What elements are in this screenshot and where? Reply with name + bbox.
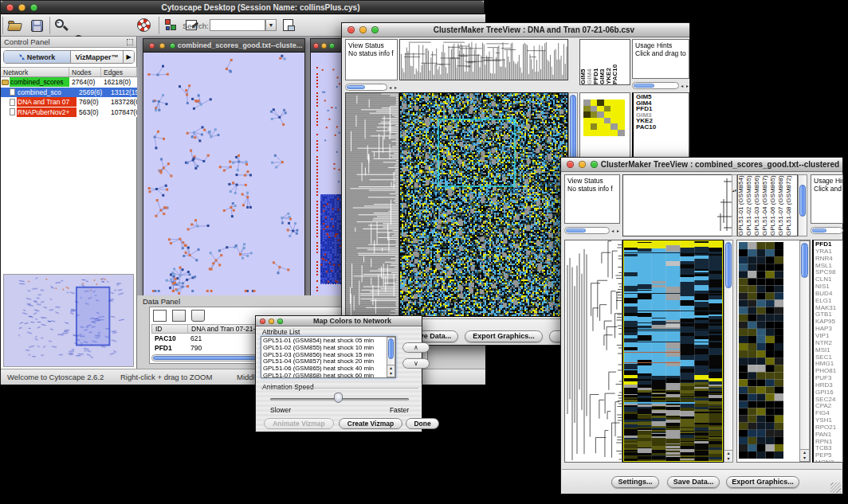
matrix-cell[interactable] (604, 106, 611, 112)
scroll-arrows-icon[interactable]: ◂ ▸ (681, 83, 689, 88)
move-up-button[interactable]: ∧ (402, 342, 430, 353)
gene-list-item[interactable]: SEC1 (815, 354, 842, 361)
gene-list-item[interactable]: RNR4 (815, 256, 842, 263)
minimize-button[interactable] (321, 43, 327, 49)
import-table-icon[interactable] (281, 18, 297, 33)
matrix-cell[interactable] (583, 118, 591, 124)
matrix-cell[interactable] (597, 118, 604, 124)
zoom-button[interactable] (371, 26, 379, 33)
heatmap-vscrollbar[interactable]: ▴▾ (724, 240, 733, 463)
gene-list-item[interactable]: MAK31 (815, 305, 842, 312)
save-session-icon[interactable] (29, 18, 45, 33)
gene-list-item[interactable]: ELG1 (815, 298, 842, 305)
matrix-cell[interactable] (610, 111, 618, 118)
gene-list-item[interactable]: HMG1 (815, 361, 842, 368)
matrix-cell[interactable] (604, 111, 611, 118)
matrix-cell[interactable] (610, 118, 618, 124)
scrollbar-thumb[interactable] (388, 338, 394, 359)
matrix-cell[interactable] (583, 100, 591, 106)
gene-list-item[interactable]: HRD3 (815, 382, 842, 389)
gene-list-item[interactable]: CLN1 (815, 276, 842, 283)
gene-list-item[interactable]: NIS1 (815, 283, 842, 291)
matrix-cell[interactable] (618, 111, 625, 118)
dialog-titlebar[interactable]: Map Colors to Network (256, 316, 422, 326)
matrix-cell[interactable] (618, 106, 625, 112)
minimize-button[interactable] (359, 26, 367, 33)
matrix-cell[interactable] (618, 100, 625, 106)
matrix-cell[interactable] (597, 111, 604, 118)
scrollbar-thumb[interactable] (347, 85, 365, 89)
correlation-matrix[interactable] (583, 100, 625, 136)
close-button[interactable] (347, 26, 355, 33)
col-label[interactable]: GPL51-07 (GSM868) (778, 175, 786, 236)
close-button[interactable] (6, 4, 14, 11)
float-panel-icon[interactable] (127, 39, 133, 45)
col-label[interactable]: GPL51-01 (GSM854) (738, 175, 746, 236)
zoom-button[interactable] (329, 43, 335, 49)
open-file-icon[interactable] (7, 18, 23, 33)
gene-list-item[interactable]: SPC98 (815, 269, 842, 276)
gene-list-item[interactable]: MSL1 (815, 263, 842, 270)
speed-slider-thumb[interactable] (334, 393, 343, 403)
view-status-scrollbar[interactable]: ◂ ▸ (345, 82, 398, 92)
gene-list-item[interactable]: GIM5 (636, 94, 689, 100)
col-label[interactable]: GIM3 (599, 40, 606, 84)
matrix-cell[interactable] (591, 123, 598, 130)
treeview2-titlebar[interactable]: ClusterMaker TreeView : combined_scores_… (561, 158, 842, 172)
column-header-edges[interactable]: Edges (101, 68, 137, 76)
zoom-button[interactable] (591, 161, 598, 168)
settings-button[interactable]: Settings... (611, 476, 659, 488)
usage-hints-scrollbar[interactable]: ◂ ▸ (632, 80, 689, 90)
matrix-cell[interactable] (604, 100, 611, 106)
column-header-network[interactable]: Network (1, 68, 69, 76)
minimize-button[interactable] (269, 318, 274, 324)
scroll-arrows-icon[interactable]: ▴▾ (724, 450, 732, 462)
row-dendrogram-canvas[interactable] (345, 92, 399, 317)
column-dendrogram-canvas[interactable] (622, 174, 733, 236)
matrix-cell[interactable] (597, 123, 604, 130)
gene-list-item[interactable]: TCB3 (815, 445, 842, 452)
gene-list-item[interactable]: SEC24 (815, 397, 842, 404)
delete-attribute-icon[interactable] (191, 310, 205, 322)
column-header-id[interactable]: ID (152, 325, 188, 333)
matrix-cell[interactable] (610, 123, 618, 130)
scroll-arrows-icon[interactable]: ▴▾ (800, 449, 809, 461)
network-name[interactable]: RNAPuberNov2+ (17, 107, 77, 117)
col-label[interactable]: PFD1 (593, 40, 599, 84)
col-label[interactable]: GIM5 (580, 40, 587, 84)
search-dropdown-arrow[interactable]: ▼ (265, 19, 277, 31)
gene-list-item[interactable]: PFD1 (636, 106, 689, 112)
save-data-button[interactable]: Save Data... (667, 476, 720, 488)
gene-list-item[interactable]: CPA2 (815, 403, 842, 410)
gene-list-item[interactable]: YRA1 (815, 248, 842, 256)
zoom-out-icon[interactable]: - (53, 18, 69, 33)
gene-list-item[interactable]: RPN1 (815, 439, 842, 446)
matrix-cell[interactable] (583, 123, 591, 130)
gene-list-item[interactable]: PFD1 (815, 241, 842, 248)
close-button[interactable] (149, 43, 155, 49)
minimize-button[interactable] (159, 43, 165, 49)
gene-list-item[interactable]: GIM4 (636, 100, 689, 107)
create-vizmap-button[interactable]: Create Vizmap (339, 418, 402, 429)
scrollbar-thumb[interactable] (801, 243, 808, 278)
matrix-cell[interactable] (618, 118, 625, 124)
column-header-nodes[interactable]: Nodes (69, 68, 101, 76)
move-down-button[interactable]: ∨ (402, 358, 430, 369)
col-label[interactable]: GPL51-06 (GSM865) (770, 175, 778, 236)
zoom-heatmap-canvas[interactable] (739, 242, 783, 459)
usage-hints-scrollbar[interactable] (811, 225, 843, 235)
gene-list-item[interactable]: PHO81 (815, 368, 842, 375)
heatmap-canvas[interactable] (399, 92, 568, 317)
scroll-arrows-icon[interactable]: ◂ ▸ (389, 84, 398, 90)
gene-list-item[interactable]: MSI1 (815, 347, 842, 354)
network-overview-thumbnail[interactable] (3, 274, 134, 367)
col-label[interactable]: GPL51-08 (GSM872) (786, 175, 794, 236)
scrollbar-thumb[interactable] (799, 185, 806, 217)
matrix-cell[interactable] (610, 106, 618, 112)
matrix-cell[interactable] (618, 130, 625, 136)
tab-network[interactable]: Network (4, 51, 71, 63)
network-name[interactable]: DNA and Tran 07 (17, 97, 77, 107)
select-attributes-icon[interactable] (153, 310, 167, 322)
tab-vizmapper[interactable]: VizMapper™ (71, 51, 124, 63)
matrix-cell[interactable] (591, 106, 598, 112)
